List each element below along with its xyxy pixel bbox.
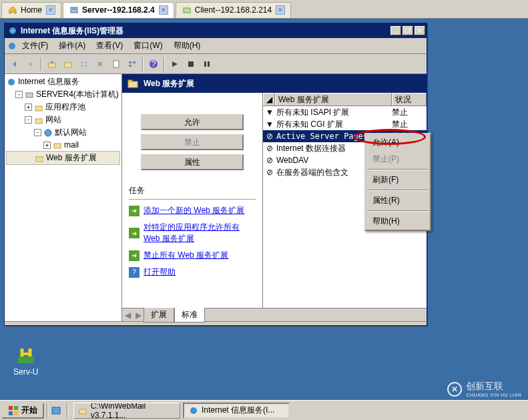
col-extension[interactable]: Web 服务扩展 [275,93,392,106]
task-help[interactable]: ? 打开帮助 [129,266,256,278]
svg-rect-6 [65,63,71,67]
tab-extensions[interactable]: 扩展 [144,308,174,323]
properties-button[interactable] [109,57,123,71]
folder-icon [33,102,44,113]
col-status[interactable]: 状况 [392,93,427,106]
expand-icon[interactable]: + [43,142,51,149]
tree-default-site[interactable]: - 默认网站 [6,126,120,139]
ctx-refresh[interactable]: 刷新(F) [366,172,430,188]
taskbar-iis[interactable]: Internet 信息服务(I... [183,403,290,419]
up-button[interactable] [45,57,59,71]
taskbar-winwebmail[interactable]: C:\WinWebMail v3.7.1.1... [73,403,180,419]
collapse-icon[interactable]: - [25,116,32,124]
tree-web-ext[interactable]: Web 服务扩展 [6,151,120,165]
svg-rect-35 [52,407,60,414]
close-icon[interactable]: ✕ [46,5,55,15]
ctx-deny[interactable]: 禁止(P) [366,151,430,168]
minimize-button[interactable]: _ [390,26,401,35]
chevron-left-icon[interactable]: ◀ [122,310,133,320]
task-add-extension[interactable]: ➜ 添加一个新的 Web 服务扩展 [129,205,256,216]
start-button[interactable]: 开始 [1,403,44,419]
menu-window[interactable]: 窗口(W) [128,39,168,53]
menu-view[interactable]: 查看(V) [91,39,128,53]
browser-tab-client[interactable]: Client--192.168.2.214 ✕ [176,2,291,18]
properties-button[interactable]: 属性 [141,154,244,170]
menu-help[interactable]: 帮助(H) [168,39,206,53]
stop-button[interactable] [184,57,198,71]
help-button[interactable]: ? [146,57,161,71]
forward-button[interactable] [23,57,38,71]
content-area: Internet 信息服务 - SERVER4(本地计算机) + 应用程序池 -… [5,74,427,321]
pause-button[interactable] [200,57,214,71]
tree-mail[interactable]: + mail [6,139,120,151]
ctx-help[interactable]: 帮助(H) [366,213,430,230]
separator [41,57,42,71]
list-row[interactable]: ▼ 所有未知 ISAPI 扩展 禁止 [263,106,427,118]
delete-button[interactable]: ✕ [93,57,107,71]
close-button[interactable]: ✕ [415,26,425,35]
task-deny-all[interactable]: ➜ 禁止所有 Web 服务扩展 [129,250,256,261]
home-icon [7,5,18,15]
svg-rect-27 [128,81,138,87]
browser-tab-server[interactable]: Server--192.168.2.4 ✕ [63,2,174,18]
menu-action[interactable]: 操作(A) [53,39,91,53]
svg-rect-18 [204,61,206,67]
maximize-button[interactable]: ❐ [403,26,413,35]
folder-icon [78,405,88,416]
server-icon [24,89,35,100]
desktop-icon-servu[interactable]: Serv-U [13,345,38,377]
svg-rect-14 [129,65,131,67]
refresh-button[interactable] [125,57,140,71]
separator [142,57,144,71]
block-icon: ⊘ [264,156,275,165]
tree-pane[interactable]: Internet 信息服务 - SERVER4(本地计算机) + 应用程序池 -… [5,74,122,321]
title-bar[interactable]: Internet 信息服务(IIS)管理器 _ ❐ ✕ [5,23,427,38]
play-button[interactable] [168,57,182,71]
svg-rect-30 [23,353,29,355]
close-icon[interactable]: ✕ [159,5,168,15]
collapse-icon[interactable]: - [34,129,41,136]
tree-app-pool[interactable]: + 应用程序池 [6,101,120,114]
browser-tab-home[interactable]: Home ✕ [1,2,61,18]
separator [164,57,165,71]
svg-point-24 [45,130,51,136]
deny-button[interactable]: 禁止 [141,134,244,150]
folder-icon [52,140,63,150]
allow-button[interactable]: 允许 [141,114,244,130]
ctx-allow[interactable]: 允许(A) [366,134,430,151]
separator [367,169,429,170]
collapse-icon[interactable]: - [15,91,23,98]
folder-button[interactable] [61,57,75,71]
list-row[interactable]: ▼ 所有未知 CGI 扩展 禁止 [263,118,427,130]
block-icon: ⊘ [264,168,275,177]
ctx-props[interactable]: 属性(R) [366,192,430,209]
tab-label: Client--192.168.2.214 [195,5,272,15]
show-desktop-icon[interactable] [51,405,61,416]
col-icon[interactable]: ◢ [263,93,275,106]
tree-sites[interactable]: - 网站 [6,114,120,126]
tab-label: Home [21,5,42,15]
svg-rect-22 [35,106,42,111]
tree-root[interactable]: Internet 信息服务 [6,75,120,88]
svg-point-4 [9,43,15,49]
menu-file[interactable]: 文件(F) [17,39,53,53]
svg-rect-5 [49,63,55,67]
close-icon[interactable]: ✕ [276,5,285,15]
expand-icon[interactable]: + [25,103,32,111]
tasks-heading: 任务 [129,185,256,196]
folder-icon [34,153,45,164]
arrow-icon: ➜ [129,250,140,261]
filter-icon: ▼ [264,108,275,117]
back-button[interactable] [7,57,22,71]
tree-server[interactable]: - SERVER4(本地计算机) [6,88,120,101]
tab-standard[interactable]: 标准 [174,308,205,323]
filter-icon: ▼ [264,120,275,129]
extensions-list: ◢ Web 服务扩展 状况 ▼ 所有未知 ISAPI 扩展 禁止 ▼ 所有未知 … [262,93,427,308]
chevron-right-icon[interactable]: ▶ [133,310,144,320]
views-button[interactable] [77,57,91,71]
task-allow-all[interactable]: ➜ 对特定的应用程序允许所有Web 服务扩展 [129,222,256,244]
svg-rect-7 [81,61,83,63]
watermark-icon: ✕ [447,382,462,397]
svg-text:?: ? [152,59,156,69]
svg-rect-21 [26,93,33,97]
